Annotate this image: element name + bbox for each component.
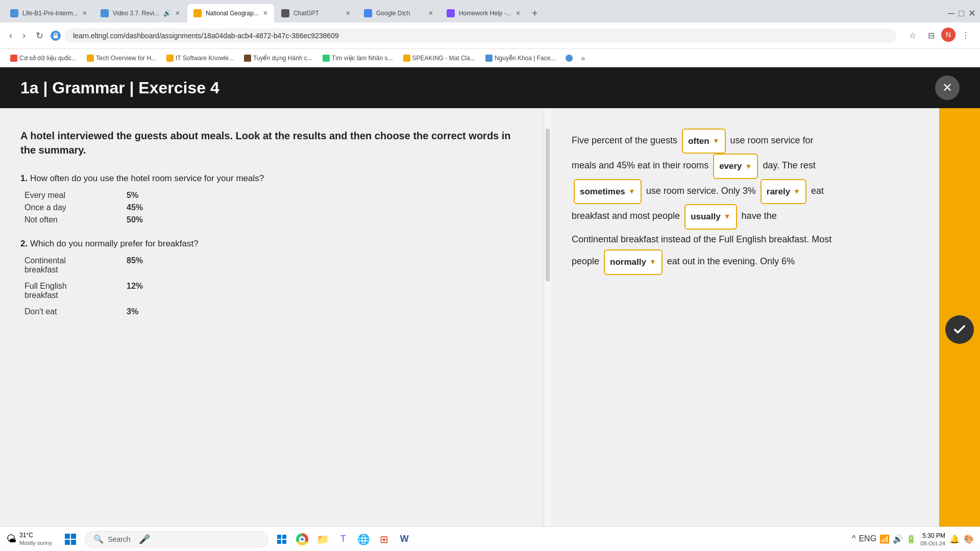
question-2-data: Continentalbreakfast 85% Full Englishbre… — [24, 256, 523, 316]
weather-icon: 🌤 — [6, 533, 16, 545]
cortana-icon: 🎤 — [139, 534, 150, 545]
yellow-sidebar — [939, 108, 980, 551]
bookmark-4[interactable]: Tuyển dụng Hành c... — [240, 54, 316, 63]
back-button[interactable]: ‹ — [6, 28, 15, 43]
dropdown-rarely[interactable]: rarely ▼ — [761, 179, 806, 204]
tray-volume[interactable]: 🔊 — [893, 534, 903, 544]
tab-1-close[interactable]: ✕ — [82, 10, 87, 17]
minimize-button[interactable]: ─ — [948, 8, 954, 19]
taskbar-word[interactable]: W — [395, 530, 413, 548]
nav-bar: ‹ › ↻ ☆ ⊟ N ⋮ — [0, 22, 980, 49]
bookmarks-overflow[interactable]: » — [581, 54, 585, 62]
forward-button[interactable]: › — [19, 28, 29, 43]
tab-6[interactable]: Homework Help -... ✕ — [440, 4, 527, 22]
tab-2-close[interactable]: ✕ — [175, 10, 180, 17]
tray-icons: ^ ENG 📶 🔊 🔋 — [852, 534, 916, 544]
tray-wifi[interactable]: 📶 — [879, 534, 890, 544]
tab-2-icon — [101, 9, 109, 17]
tab-3-icon — [193, 9, 202, 17]
weather-temp: 31°C — [19, 532, 52, 540]
value-continental: 85% — [127, 256, 143, 274]
tab-6-title: Homework Help -... — [459, 10, 511, 17]
more-options-icon[interactable]: ⋮ — [958, 28, 974, 44]
new-tab-button[interactable]: + — [528, 8, 542, 19]
bookmark-7[interactable]: Nguyễn Khoa | Face... — [481, 54, 560, 63]
dropdown-rarely-value: rarely — [767, 182, 790, 201]
tray-language[interactable]: ENG — [859, 534, 876, 543]
tab-5-close[interactable]: ✕ — [428, 10, 433, 17]
taskbar-explorer[interactable]: 📁 — [313, 530, 332, 548]
dropdown-often[interactable]: often ▼ — [682, 129, 725, 154]
svg-rect-1 — [65, 534, 70, 539]
dropdown-sometimes[interactable]: sometimes ▼ — [574, 179, 642, 204]
tab-6-close[interactable]: ✕ — [516, 10, 521, 17]
dropdown-sometimes-arrow: ▼ — [628, 184, 635, 199]
bookmark-6[interactable]: SPEAKING - Mat Cla... — [399, 54, 479, 63]
tab-5[interactable]: Google Dịch ✕ — [358, 4, 439, 22]
dropdown-usually[interactable]: usually ▼ — [684, 204, 737, 229]
bookmark-3-icon — [166, 55, 174, 62]
tray-color-wheel[interactable]: 🎨 — [964, 534, 974, 544]
tab-1[interactable]: Life-B1-Pre-Interm... ✕ — [4, 4, 93, 22]
scrollbar[interactable] — [544, 108, 551, 551]
label-continental: Continentalbreakfast — [24, 256, 106, 274]
bookmarks-bar: Cơ sở dữ liệu quốc... Tech Overview for … — [0, 49, 980, 67]
tray-notification[interactable]: 🔔 — [949, 534, 960, 544]
bookmark-3-label: IT Software Knowle... — [176, 55, 234, 62]
tab-1-title: Life-B1-Pre-Interm... — [22, 10, 78, 17]
page-title: 1a | Grammar | Exercise 4 — [20, 79, 219, 97]
tray-battery[interactable]: 🔋 — [906, 534, 916, 544]
text-segment-10: people — [572, 257, 602, 267]
window-close-button[interactable]: ✕ — [968, 8, 976, 19]
tray-datetime[interactable]: 5:30 PM 08-Oct-24 — [920, 532, 945, 546]
taskbar-tray: ^ ENG 📶 🔊 🔋 5:30 PM 08-Oct-24 🔔 🎨 — [852, 532, 974, 546]
reload-button[interactable]: ↻ — [33, 28, 46, 43]
cast-icon[interactable]: ⊟ — [923, 28, 939, 44]
bookmark-8[interactable] — [561, 54, 577, 63]
data-row-4: Continentalbreakfast 85% — [24, 256, 523, 274]
dropdown-normally[interactable]: normally ▼ — [604, 249, 663, 274]
bookmark-1[interactable]: Cơ sở dữ liệu quốc... — [6, 54, 81, 63]
tray-chevron[interactable]: ^ — [852, 534, 856, 543]
check-answer-button[interactable] — [945, 315, 974, 344]
text-segment-8: have the — [742, 211, 777, 221]
close-exercise-button[interactable]: ✕ — [935, 76, 960, 100]
text-segment-6: eat — [811, 186, 824, 196]
taskbar: 🌤 31°C Mostly sunny 🔍 Search 🎤 — [0, 527, 980, 551]
bookmark-star-icon[interactable]: ☆ — [904, 28, 921, 44]
toolbar-icons: ☆ ⊟ N ⋮ — [904, 28, 974, 44]
tab-4-icon — [281, 9, 289, 17]
tab-3-close[interactable]: ✕ — [263, 10, 268, 17]
taskbar-app-icons: 📁 T 🌐 ⊞ W — [273, 530, 413, 548]
address-bar[interactable] — [65, 29, 896, 43]
tab-5-title: Google Dịch — [376, 10, 424, 17]
taskbar-teams[interactable]: T — [334, 530, 352, 548]
tab-3[interactable]: National Geograp... ✕ — [187, 4, 274, 22]
bookmark-2[interactable]: Tech Overview for H... — [83, 54, 160, 63]
svg-rect-5 — [277, 535, 281, 539]
tab-bar: Life-B1-Pre-Interm... ✕ Video 3.7. Revi.… — [0, 0, 980, 22]
maximize-button[interactable]: □ — [959, 8, 964, 19]
browser-chrome: Life-B1-Pre-Interm... ✕ Video 3.7. Revi.… — [0, 0, 980, 67]
taskbar-search[interactable]: 🔍 Search 🎤 — [85, 531, 268, 547]
start-button[interactable] — [60, 529, 81, 549]
dropdown-rarely-arrow: ▼ — [793, 184, 800, 199]
tab-2[interactable]: Video 3.7. Revi... 🔊 ✕ — [94, 4, 186, 22]
left-panel: A hotel interviewed the guests about mea… — [0, 108, 544, 551]
tab-4[interactable]: ChatGPT ✕ — [275, 4, 357, 22]
tab-4-close[interactable]: ✕ — [346, 10, 351, 17]
weather-desc: Mostly sunny — [19, 539, 52, 546]
app-header: 1a | Grammar | Exercise 4 ✕ — [0, 67, 980, 108]
bookmark-1-icon — [10, 55, 17, 62]
taskbar-chrome[interactable] — [293, 530, 311, 548]
taskbar-edge[interactable]: 🌐 — [354, 530, 373, 548]
taskbar-office[interactable]: ⊞ — [375, 530, 393, 548]
text-segment-2: use room service for — [730, 135, 814, 145]
bookmark-2-icon — [87, 55, 94, 62]
exercise-text: Five percent of the guests often ▼ use r… — [572, 129, 888, 275]
profile-icon[interactable]: N — [941, 28, 955, 42]
bookmark-3[interactable]: IT Software Knowle... — [162, 54, 238, 63]
bookmark-5[interactable]: Tìm việc làm Nhân s... — [318, 54, 397, 63]
dropdown-every[interactable]: every ▼ — [713, 154, 758, 179]
taskbar-widgets[interactable] — [273, 530, 291, 548]
